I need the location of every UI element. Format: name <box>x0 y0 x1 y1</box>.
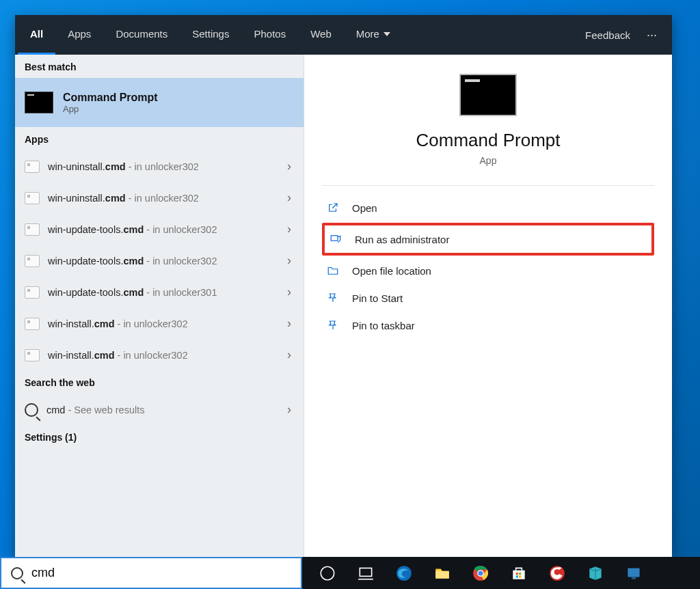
app-result[interactable]: win-install.cmd - in unlocker302 › <box>15 339 304 370</box>
app-result[interactable]: win-update-tools.cmd - in unlocker301 › <box>15 276 304 307</box>
chevron-right-icon[interactable]: › <box>284 222 294 236</box>
taskbar-search-box[interactable] <box>0 557 302 589</box>
chevron-right-icon[interactable]: › <box>284 348 294 362</box>
search-icon <box>11 567 23 579</box>
app-button[interactable] <box>617 557 651 589</box>
svg-rect-8 <box>516 572 518 574</box>
chevron-right-icon[interactable]: › <box>284 285 294 299</box>
svg-rect-11 <box>519 575 521 577</box>
web-search-result[interactable]: cmd - See web results › <box>15 394 304 425</box>
search-icon <box>25 403 38 417</box>
folder-icon <box>326 264 340 277</box>
tab-apps[interactable]: Apps <box>55 15 103 55</box>
chevron-right-icon[interactable]: › <box>284 254 294 268</box>
svg-rect-9 <box>519 572 521 574</box>
section-best-match: Best match <box>15 55 304 78</box>
tab-settings[interactable]: Settings <box>180 15 241 55</box>
search-results-pane: Best match Command Prompt App Apps win-u… <box>15 55 304 557</box>
microsoft-store-button[interactable] <box>502 557 536 589</box>
overflow-menu-button[interactable]: ··· <box>640 15 664 55</box>
chevron-down-icon <box>383 32 390 36</box>
command-prompt-icon <box>25 92 53 113</box>
edge-button[interactable] <box>387 557 421 589</box>
svg-rect-4 <box>435 571 449 578</box>
chevron-right-icon[interactable]: › <box>284 159 294 174</box>
best-match-result[interactable]: Command Prompt App <box>15 78 304 127</box>
chevron-right-icon[interactable]: › <box>284 316 294 331</box>
file-icon <box>25 349 40 361</box>
cortana-button[interactable] <box>310 557 345 589</box>
search-input[interactable] <box>31 566 294 580</box>
section-web: Search the web <box>15 370 304 394</box>
svg-rect-2 <box>360 568 371 576</box>
pin-icon <box>326 318 340 332</box>
open-icon <box>326 201 340 215</box>
task-view-button[interactable] <box>349 557 383 589</box>
best-match-title: Command Prompt <box>63 92 158 104</box>
preview-title: Command Prompt <box>416 130 561 151</box>
action-label: Pin to taskbar <box>352 320 415 331</box>
file-icon <box>25 192 40 204</box>
action-label: Open file location <box>352 265 431 277</box>
file-icon <box>25 286 40 299</box>
annotation-highlight: Run as administrator <box>322 223 654 256</box>
search-filter-tabs: All Apps Documents Settings Photos Web M… <box>15 15 672 55</box>
file-icon <box>25 318 40 330</box>
app-result[interactable]: win-update-tools.cmd - in unlocker302 › <box>15 245 304 276</box>
search-preview-pane: Command Prompt App Open Run as administr… <box>304 55 672 557</box>
tab-web[interactable]: Web <box>298 15 344 55</box>
svg-rect-14 <box>632 577 636 579</box>
app-button[interactable] <box>578 557 612 589</box>
svg-point-1 <box>321 566 334 580</box>
best-match-subtitle: App <box>63 104 158 114</box>
start-search-flyout: All Apps Documents Settings Photos Web M… <box>15 15 672 557</box>
app-result[interactable]: win-uninstall.cmd - in unlocker302 › <box>15 182 304 213</box>
action-run-as-admin[interactable]: Run as administrator <box>325 225 651 253</box>
tab-photos[interactable]: Photos <box>241 15 298 55</box>
file-icon <box>25 161 40 173</box>
pin-icon <box>326 291 340 305</box>
action-label: Open <box>352 202 377 214</box>
chrome-button[interactable] <box>463 557 498 589</box>
action-open[interactable]: Open <box>322 194 654 221</box>
preview-subtitle: App <box>480 155 497 166</box>
svg-rect-10 <box>516 575 518 577</box>
taskbar <box>0 557 700 589</box>
app-result[interactable]: win-uninstall.cmd - in unlocker302 › <box>15 150 304 182</box>
chevron-right-icon[interactable]: › <box>284 402 294 417</box>
action-label: Run as administrator <box>355 234 449 245</box>
taskbar-pinned-apps <box>302 557 651 589</box>
action-open-file-location[interactable]: Open file location <box>322 257 654 284</box>
section-settings: Settings (1) <box>15 425 304 448</box>
divider <box>322 185 654 186</box>
feedback-link[interactable]: Feedback <box>576 15 640 55</box>
action-pin-to-taskbar[interactable]: Pin to taskbar <box>322 312 654 339</box>
app-result[interactable]: win-update-tools.cmd - in unlocker302 › <box>15 213 304 245</box>
svg-point-7 <box>478 571 483 575</box>
admin-shield-icon <box>329 232 342 246</box>
action-label: Pin to Start <box>352 292 403 304</box>
file-icon <box>25 255 40 267</box>
tab-all[interactable]: All <box>18 15 55 55</box>
svg-rect-13 <box>628 568 639 577</box>
chevron-right-icon[interactable]: › <box>284 191 294 205</box>
tab-documents[interactable]: Documents <box>103 15 180 55</box>
tab-more[interactable]: More <box>344 15 403 55</box>
file-icon <box>25 223 40 236</box>
file-explorer-button[interactable] <box>425 557 459 589</box>
app-result[interactable]: win-install.cmd - in unlocker302 › <box>15 307 304 339</box>
ccleaner-button[interactable] <box>540 557 574 589</box>
section-apps: Apps <box>15 127 304 150</box>
action-pin-to-start[interactable]: Pin to Start <box>322 284 654 312</box>
command-prompt-icon <box>459 74 517 116</box>
svg-rect-0 <box>331 236 338 241</box>
